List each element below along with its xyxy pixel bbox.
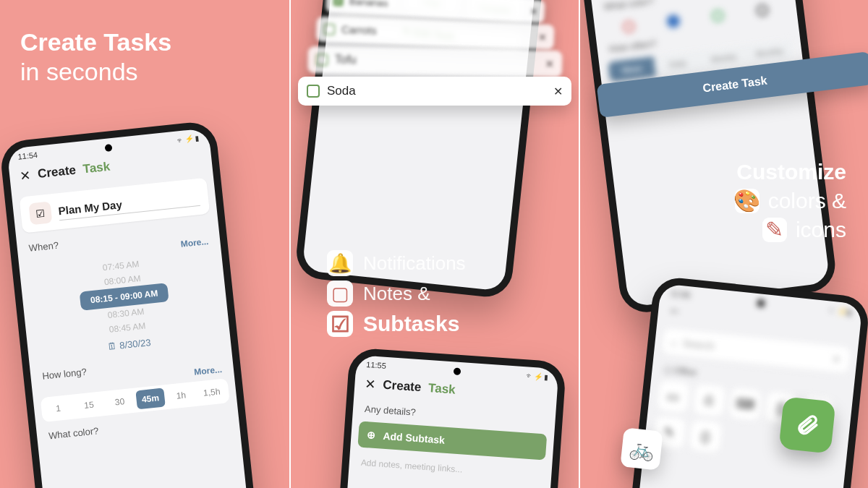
panel-2: Delete Copy Complete ✎ Edit Task ✓ Banan… (289, 0, 579, 488)
panel1-headline: Create Tasks in seconds (20, 27, 171, 87)
headline-line2: colors & (768, 188, 846, 214)
camera-punchhole (757, 299, 765, 307)
status-time: 11:56 (670, 288, 691, 299)
subtask-text: Tofu (335, 53, 539, 71)
attach-fab[interactable] (778, 396, 835, 453)
task-icon-chip[interactable]: ☑︎ (28, 201, 52, 225)
duration-opt[interactable]: 1 (43, 398, 73, 419)
note-icon: ▢ (327, 281, 353, 307)
checkbox-icon[interactable] (323, 24, 335, 35)
close-icon[interactable]: ✕ (553, 85, 563, 98)
close-icon[interactable]: ✕ (538, 31, 547, 43)
bell-icon: 🔔 (327, 250, 353, 276)
duration-opt[interactable]: 30 (105, 391, 135, 413)
icon-cell[interactable]: ⎙ (692, 384, 726, 417)
panel-3: What color? How often? Once Daily Weekly… (579, 0, 868, 488)
status-icons: ᯤ ⚡ ▮ (525, 372, 548, 381)
feature-label: Notifications (363, 252, 466, 275)
color-swatch-green[interactable] (711, 9, 724, 22)
title-b: Task (428, 381, 456, 398)
duration-opt[interactable]: 1h (166, 385, 196, 406)
title-a: Create (37, 163, 77, 181)
palette-icon: 🎨 (735, 189, 760, 213)
calendar-icon: 🗓 (107, 341, 117, 352)
panel-1: Create Tasks in seconds 11:54 ᯤ ⚡ ▮ ✕ Cr… (0, 0, 289, 488)
screen-3-top: What color? How often? Once Daily Weekly… (579, 0, 830, 307)
feature-label: Notes & (363, 283, 430, 305)
subtask-text: Bananas (349, 0, 524, 17)
title-b: Task (82, 160, 111, 177)
checkbox-icon[interactable]: ✓ (333, 0, 344, 7)
headline-light: in seconds (20, 57, 171, 87)
status-time: 11:54 (17, 150, 38, 161)
clear-icon[interactable]: ✕ (832, 353, 842, 365)
feature-subtasks: ☑︎ Subtasks (327, 311, 466, 337)
duration-opt-selected[interactable]: 45m (135, 388, 165, 409)
bike-icon-chip[interactable]: 🚲 (620, 427, 663, 470)
camera-punchhole (454, 367, 461, 375)
feature-notifications: 🔔 Notifications (327, 250, 466, 276)
camera-punchhole (105, 144, 113, 152)
subtask-item-front[interactable]: Soda ✕ (298, 77, 571, 106)
screen-1: 11:54 ᯤ ⚡ ▮ ✕ Create Task ☑︎ When? More.… (7, 128, 253, 488)
color-swatch-red[interactable] (622, 20, 635, 33)
search-icon: ⌕ (671, 336, 678, 348)
subtask-stack: ✓ Bananas ✕ Carrots ✕ Tofu ✕ Soda ✕ (298, 0, 571, 117)
date-value: 8/30/23 (119, 337, 152, 351)
pencil-icon: ✎ (762, 218, 787, 242)
headline-strong: Create Tasks (20, 27, 171, 57)
subtask-item[interactable]: Tofu ✕ (307, 46, 562, 77)
feature-label: Subtasks (363, 312, 459, 336)
phone-1: 11:54 ᯤ ⚡ ▮ ✕ Create Task ☑︎ When? More.… (0, 120, 262, 488)
close-icon[interactable]: ✕ (365, 376, 376, 393)
title-a: Create (383, 378, 422, 395)
paperclip-icon (793, 411, 820, 438)
duration-opt[interactable]: 1,5h (197, 382, 226, 403)
icon-cell[interactable]: ⌨ (728, 388, 762, 421)
task-title-input[interactable] (57, 187, 200, 221)
checklist-icon: ☑︎ (327, 311, 353, 337)
plus-icon: ⊕ (367, 429, 376, 441)
add-subtask-label: Add Subtask (383, 430, 445, 446)
status-icons: ᯤ ⚡ ▮ (829, 306, 852, 316)
color-swatch-black[interactable] (756, 4, 769, 17)
duration-opt[interactable]: 15 (74, 394, 103, 416)
phone-2-bottom: 11:55 ᯤ ⚡ ▮ ✕ Create Task Any details? ⊕… (319, 347, 567, 488)
phone-3-top: What color? How often? Once Daily Weekly… (579, 0, 838, 315)
screen-2-bottom: 11:55 ᯤ ⚡ ▮ ✕ Create Task Any details? ⊕… (326, 355, 558, 488)
feature-list: 🔔 Notifications ▢ Notes & ☑︎ Subtasks (327, 246, 466, 341)
headline-line3: icons (796, 217, 846, 243)
checkbox-icon[interactable] (316, 53, 328, 66)
subtask-text: Carrots (341, 24, 532, 43)
panel3-headline: Customize 🎨 colors & ✎ icons (735, 159, 846, 246)
search-placeholder: Search (682, 338, 715, 353)
color-swatch-blue-selected[interactable] (667, 14, 680, 27)
subtask-text: Soda (327, 84, 546, 98)
feature-notes: ▢ Notes & (327, 281, 466, 307)
status-time: 11:55 (366, 360, 386, 370)
status-icons: ᯤ ⚡ ▮ (176, 134, 200, 144)
close-icon[interactable]: ✕ (19, 167, 31, 184)
headline-strong: Customize (735, 159, 846, 185)
close-icon[interactable]: ✕ (545, 57, 554, 70)
icon-cell[interactable]: ▭ (657, 380, 690, 414)
checkbox-icon[interactable] (307, 85, 320, 98)
close-icon[interactable]: ✕ (529, 6, 537, 17)
icon-cell[interactable]: () (689, 419, 722, 453)
